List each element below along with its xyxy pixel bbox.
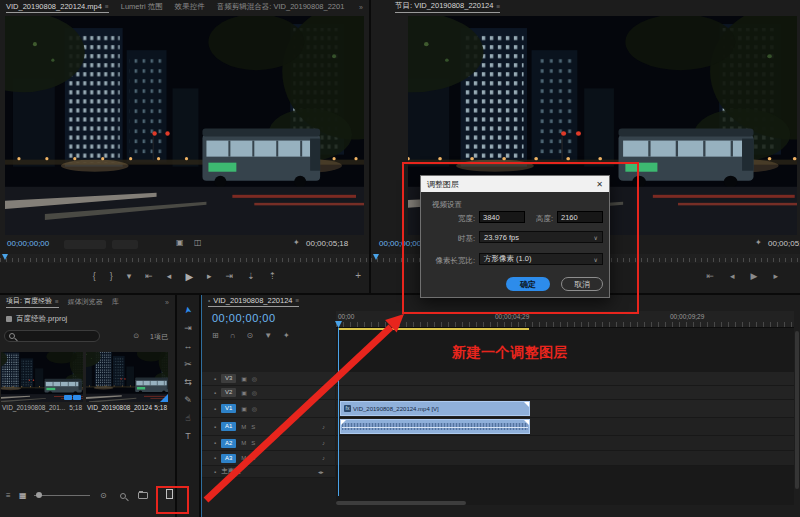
mute-button[interactable]: M <box>241 440 246 446</box>
razor-tool[interactable]: ✂ <box>177 359 199 369</box>
lock-icon[interactable]: ▪ <box>214 390 216 396</box>
voiceover-record-icon[interactable]: ♪ <box>322 424 325 430</box>
step-back-button[interactable]: ◂ <box>167 271 172 281</box>
mute-button[interactable]: M <box>241 424 246 430</box>
step-back-button[interactable]: ◂ <box>730 271 735 281</box>
selection-tool[interactable]: ➤ <box>177 305 199 315</box>
tab-effect-controls[interactable]: 效果控件 <box>175 2 205 12</box>
hand-tool[interactable]: ☝ <box>177 413 199 423</box>
track-target-a3[interactable]: A3 <box>221 454 236 463</box>
track-target-v3[interactable]: V3 <box>221 374 236 383</box>
fit-sequence-icon[interactable]: ◂▸ <box>318 469 324 475</box>
panel-menu-icon[interactable]: ≡ <box>105 3 109 10</box>
project-search-input[interactable] <box>4 330 100 342</box>
automate-to-sequence-button[interactable]: ⊙ <box>100 491 107 500</box>
solo-button[interactable]: S <box>251 455 255 461</box>
project-file-row[interactable]: 百度经验.prproj <box>6 314 67 324</box>
solo-button[interactable]: S <box>251 440 255 446</box>
track-target-v2[interactable]: V2 <box>221 388 236 397</box>
vertical-scrollbar[interactable] <box>795 331 799 489</box>
tab-project[interactable]: 项目: 百度经验 ≡ <box>6 296 59 308</box>
pixel-aspect-dropdown[interactable]: 方形像素 (1.0) ∨ <box>479 253 603 265</box>
icon-view-button[interactable]: ▦ <box>19 491 27 500</box>
sync-lock-icon[interactable]: ▣ <box>241 389 247 396</box>
tab-media-browser[interactable]: 媒体浏览器 <box>68 297 103 307</box>
l ock-icon[interactable]: ▪ <box>214 469 216 475</box>
resolution-dropdown[interactable] <box>112 240 138 249</box>
button-editor-icon[interactable]: + <box>355 270 361 281</box>
timebase-dropdown[interactable]: 23.976 fps ∨ <box>479 231 603 243</box>
nest-toggle-button[interactable]: ⊞ <box>212 331 219 340</box>
lock-icon[interactable]: ▪ <box>214 424 216 430</box>
snap-toggle-button[interactable]: ∩ <box>230 331 236 340</box>
step-forward-button[interactable]: ▸ <box>773 271 778 281</box>
toggle-track-output-icon[interactable]: ◎ <box>252 405 257 412</box>
go-to-out-button[interactable]: ⇥ <box>226 271 234 281</box>
ripple-edit-tool[interactable]: ↔ <box>177 341 199 351</box>
go-to-in-button[interactable]: ⇤ <box>706 271 714 281</box>
track-target-a2[interactable]: A2 <box>221 439 236 448</box>
horizontal-scrollbar[interactable] <box>336 501 466 505</box>
timeline-settings-button[interactable]: ✦ <box>283 331 290 340</box>
voiceover-record-icon[interactable]: ♪ <box>322 455 325 461</box>
sequence-current-timecode[interactable]: 00;00;00;00 <box>212 312 276 324</box>
project-item-thumbnail[interactable] <box>1 352 83 402</box>
type-tool[interactable]: T <box>177 431 199 441</box>
project-item-thumbnail[interactable] <box>86 352 168 402</box>
zoom-slider-knob[interactable] <box>36 492 42 498</box>
lock-icon[interactable]: ▪ <box>214 406 216 412</box>
new-bin-button[interactable] <box>138 492 148 499</box>
sync-lock-icon[interactable]: ▣ <box>241 375 247 382</box>
program-current-timecode[interactable]: 00;00;00;00 <box>379 239 421 248</box>
panel-menu-icon[interactable]: ≡ <box>55 298 59 305</box>
cancel-button[interactable]: 取消 <box>561 277 603 291</box>
step-forward-button[interactable]: ▸ <box>207 271 212 281</box>
timeline-ruler[interactable]: 00;00 00;00;04;29 00;00;09;29 <box>336 311 794 328</box>
play-button[interactable]: ▶ <box>751 271 758 281</box>
track-target-a1[interactable]: A1 <box>221 422 236 431</box>
tab-program[interactable]: 节目: VID_20190808_220124 ≡ <box>395 1 500 13</box>
track-lane-v2[interactable] <box>336 386 794 400</box>
overwrite-button[interactable]: ⇡ <box>269 271 277 281</box>
audio-clip[interactable] <box>340 419 530 434</box>
track-target-v1[interactable]: V1 <box>221 404 236 413</box>
mute-button[interactable]: M <box>241 455 246 461</box>
width-field[interactable]: 3840 <box>479 211 525 223</box>
track-lane-a2[interactable] <box>336 436 794 451</box>
voiceover-record-icon[interactable]: ♪ <box>322 440 325 446</box>
linked-selection-button[interactable]: ⊙ <box>246 331 253 340</box>
panel-menu-icon[interactable]: ≡ <box>496 3 500 10</box>
add-marker-button[interactable]: ▼ <box>264 331 272 340</box>
settings-wrench-icon[interactable]: ✦ <box>293 238 300 248</box>
track-lane-v3[interactable] <box>336 372 794 386</box>
fit-dropdown[interactable] <box>64 240 106 249</box>
tab-sequence[interactable]: • VID_20190808_220124 ≡ <box>208 296 299 307</box>
source-current-timecode[interactable]: 00;00;00;00 <box>7 239 49 248</box>
toggle-track-output-icon[interactable]: ◎ <box>252 375 257 382</box>
tab-audio-clip-mixer[interactable]: 音频剪辑混合器: VID_20190808_2201 <box>217 2 345 12</box>
new-item-button[interactable] <box>166 489 173 499</box>
track-lane-a3[interactable] <box>336 451 794 466</box>
track-select-forward-tool[interactable]: ⇥ <box>177 323 199 333</box>
insert-button[interactable]: ⇣ <box>247 271 255 281</box>
mark-in-button[interactable]: { <box>93 271 96 281</box>
work-area-bar[interactable] <box>338 328 529 330</box>
list-view-button[interactable]: ≡ <box>6 491 11 500</box>
video-clip[interactable]: fx VID_20190808_220124.mp4 [V] <box>340 401 530 416</box>
export-frame-icon[interactable]: ▣ <box>176 238 184 248</box>
lock-icon[interactable]: ▪ <box>214 376 216 382</box>
filter-icon[interactable]: ⊙ <box>133 332 139 340</box>
slip-tool[interactable]: ⇆ <box>177 377 199 387</box>
lock-icon[interactable]: ▪ <box>214 455 216 461</box>
sync-lock-icon[interactable]: ▣ <box>241 405 247 412</box>
play-button[interactable]: ▶ <box>185 271 193 282</box>
close-icon[interactable]: ✕ <box>596 180 603 189</box>
ok-button[interactable]: 确定 <box>506 277 550 291</box>
pen-tool[interactable]: ✎ <box>177 395 199 405</box>
find-button[interactable] <box>120 493 126 499</box>
source-monitor-ruler[interactable] <box>0 254 369 263</box>
solo-button[interactable]: S <box>251 424 255 430</box>
lock-icon[interactable]: ▪ <box>214 440 216 446</box>
height-field[interactable]: 2160 <box>557 211 603 223</box>
mark-out-button[interactable]: } <box>110 271 113 281</box>
